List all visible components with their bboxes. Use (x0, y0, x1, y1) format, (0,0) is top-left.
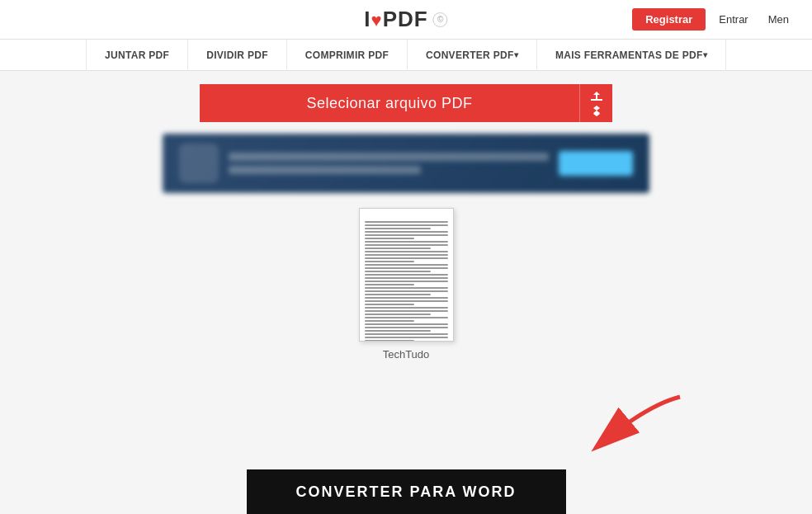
logo-i: I (364, 7, 371, 31)
ad-banner (163, 134, 649, 193)
select-pdf-button[interactable]: Selecionar arquivo PDF (200, 84, 579, 122)
logo-heart: ♥ (371, 10, 383, 31)
logo: I♥PDF © (364, 7, 447, 32)
arrow-annotation (515, 389, 696, 471)
nav-item-converter-pdf[interactable]: CONVERTER PDF (408, 40, 537, 71)
nav-bar: JUNTAR PDF DIVIDIR PDF COMPRIMIR PDF CON… (0, 40, 812, 71)
pdf-section: TechTudo (359, 208, 454, 361)
menu-button[interactable]: Men (762, 8, 795, 31)
select-pdf-row: Selecionar arquivo PDF (200, 84, 612, 122)
logo-pdf: PDF (383, 7, 428, 31)
nav-item-juntar-pdf[interactable]: JUNTAR PDF (86, 40, 188, 71)
upload-computer-icon (588, 89, 605, 102)
convert-btn-bar: CONVERTER PARA WORD (0, 469, 812, 514)
nav-item-dividir-pdf[interactable]: DIVIDIR PDF (188, 40, 287, 71)
nav-item-mais-ferramentas[interactable]: MAIS FERRAMENTAS DE PDF (537, 40, 726, 71)
dropbox-icon (588, 104, 605, 117)
header: I♥PDF © Registrar Entrar Men (0, 0, 812, 40)
logo-icon: © (433, 12, 448, 27)
pdf-content-lines (365, 221, 448, 342)
pdf-filename: TechTudo (383, 348, 430, 361)
convert-to-word-button[interactable]: CONVERTER PARA WORD (247, 469, 566, 514)
logo-text: I♥PDF (364, 7, 427, 32)
login-button[interactable]: Entrar (712, 8, 754, 31)
header-actions: Registrar Entrar Men (632, 8, 795, 31)
main-content: Selecionar arquivo PDF (0, 71, 812, 369)
pdf-thumbnail (359, 208, 454, 342)
upload-options-button[interactable] (579, 84, 612, 122)
register-button[interactable]: Registrar (632, 8, 706, 31)
nav-item-comprimir-pdf[interactable]: COMPRIMIR PDF (287, 40, 408, 71)
